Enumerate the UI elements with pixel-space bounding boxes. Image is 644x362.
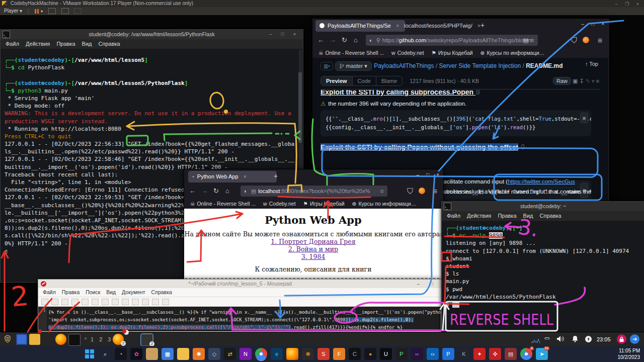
blender-icon[interactable]: ● — [364, 348, 376, 360]
edge-icon[interactable]: e — [271, 348, 283, 360]
onenote-icon[interactable]: N — [239, 348, 252, 360]
twitter-link[interactable]: https://twitter.com/SecGus — [508, 178, 575, 185]
toolbar-icon[interactable] — [162, 299, 169, 305]
terminal2-output[interactable]: ┌──(student⊛codeby)-[~]└─$ nc -nvlp 9898… — [442, 221, 644, 308]
bookmark-codeby[interactable]: Codeby.net — [397, 50, 424, 56]
chrome-2-icon[interactable]: A — [520, 348, 532, 360]
gear-app-icon[interactable]: ✣ — [489, 348, 501, 360]
menu-search[interactable]: Поиск — [86, 289, 100, 295]
tab-close-icon[interactable]: × — [244, 173, 247, 179]
reload-button[interactable]: ↻ — [213, 187, 219, 195]
pinwheel-app-icon[interactable]: ✿ — [130, 348, 142, 360]
file-manager-icon[interactable] — [29, 334, 40, 345]
back-button[interactable]: ← — [317, 36, 324, 44]
book-link-1[interactable]: 1. Портрет Дориана Грея — [184, 238, 442, 245]
send-ctrl-alt-del-icon[interactable] — [48, 8, 56, 14]
menu-file[interactable]: Файл — [43, 289, 56, 295]
tab-preview[interactable]: Preview — [321, 76, 353, 85]
breadcrumb-repo[interactable]: PayloadsAllTheThings — [374, 62, 434, 69]
menu-help[interactable]: Справка — [151, 289, 172, 295]
reload-button[interactable]: ↻ — [342, 36, 347, 44]
download-icon[interactable]: ↧ — [579, 78, 584, 84]
menu-edit[interactable]: Правка — [56, 39, 75, 49]
home-button[interactable]: ⌂ — [354, 36, 358, 44]
bookmark-reverse-shell[interactable]: Online - Reverse Shell ... — [325, 50, 384, 56]
new-tab-button[interactable]: + — [480, 21, 485, 29]
menu-help[interactable]: Справка — [540, 211, 561, 221]
menu-icon[interactable]: ≡ — [433, 187, 437, 196]
calendar-icon[interactable]: ▦ — [162, 348, 174, 360]
extension-icon[interactable] — [583, 36, 589, 45]
sidebar-toggle-icon[interactable]: ▥• — [320, 62, 333, 70]
edit-icon[interactable]: ✎ ▾ — [586, 78, 595, 84]
menu-view[interactable]: Вид — [82, 39, 92, 49]
virtualbox-icon[interactable]: ✱ — [193, 348, 205, 360]
toolbar-icon[interactable] — [122, 299, 129, 305]
toolbar-icon[interactable] — [51, 299, 58, 305]
back-button[interactable]: ← — [189, 187, 196, 195]
new-tab-button[interactable]: + — [274, 172, 278, 180]
portrait-app-icon[interactable] — [146, 348, 158, 360]
telegram-icon[interactable]: ➤64 — [536, 348, 548, 360]
menu-actions[interactable]: Действия — [26, 39, 50, 49]
visual-studio-icon[interactable]: ∞ — [411, 348, 423, 360]
menu-icon[interactable]: ≡ — [598, 36, 602, 45]
forward-button[interactable]: → — [330, 36, 336, 44]
f-app-icon[interactable]: F — [333, 348, 345, 360]
tab1-close-icon[interactable]: × — [396, 23, 399, 29]
github-window-controls[interactable]: –□× — [575, 21, 604, 27]
p-app-icon[interactable]: P — [442, 348, 454, 360]
toolbar-icon[interactable] — [92, 299, 99, 305]
unreal-icon[interactable]: U — [380, 348, 392, 360]
volume-icon[interactable] — [556, 335, 565, 344]
book-link-2[interactable]: 2. Война и мир — [184, 245, 442, 253]
player-menu[interactable]: Player ▾ — [4, 7, 22, 15]
pocket-icon[interactable]: ⛉ — [571, 36, 577, 45]
menu-file[interactable]: Файл — [6, 39, 19, 49]
home-button[interactable]: ⌂ — [225, 187, 229, 195]
bookmark-codeby[interactable]: Codeby.net — [269, 201, 296, 207]
bookmark-courses[interactable]: Курсы по информаци… — [358, 201, 416, 207]
power-manager-icon[interactable] — [585, 335, 592, 345]
launcher-expand-icon[interactable]: ^ — [83, 334, 89, 345]
firefox-window-icon[interactable]: 2 — [113, 334, 124, 345]
bookmark-star-icon[interactable]: ☆ — [379, 186, 384, 197]
firefox-icon[interactable] — [286, 348, 298, 360]
speedtest-icon[interactable]: ◔ — [115, 348, 127, 360]
start-icon[interactable] — [84, 348, 96, 360]
cinema4d-icon[interactable]: C — [349, 348, 361, 360]
toolbar-icon[interactable] — [112, 299, 119, 305]
chrome-icon[interactable] — [255, 348, 267, 360]
pycharm-icon[interactable]: P — [395, 348, 408, 360]
webapp-urlbar[interactable]: ◖ ▤localhost:8080/index?book={%%20for%20… — [240, 186, 387, 197]
menu-document[interactable]: Документ — [122, 289, 145, 295]
terminal-launcher-icon[interactable] — [68, 334, 80, 346]
vmware-app-icon[interactable]: ◇ — [208, 348, 220, 360]
logout-icon[interactable]: ➜ — [630, 334, 639, 344]
display-icon[interactable]: ▭ — [544, 335, 549, 341]
fullscreen-icon[interactable] — [61, 8, 69, 14]
terminal-window-icon[interactable]: 2 — [141, 334, 153, 346]
kali-app-icon[interactable]: K — [458, 348, 470, 360]
desktop-icon[interactable] — [16, 334, 27, 345]
firefox-launcher-icon[interactable] — [55, 334, 66, 345]
search-icon[interactable]: ⌕ — [99, 348, 111, 360]
s-app-icon[interactable]: S — [317, 348, 330, 360]
github-urlbar[interactable]: ◖ ⚲https://github.com/swisskyrepo/Payloa… — [366, 35, 538, 46]
mousepad-editor[interactable]: 1 {% for x in ().__class__.__base__.__su… — [38, 307, 441, 331]
toolbar-icon[interactable] — [41, 299, 48, 305]
war-thunder-icon[interactable]: ✦ — [473, 348, 486, 360]
notification-bell-icon[interactable] — [572, 335, 579, 344]
menu-edit[interactable]: Правка — [62, 289, 79, 295]
toolbar-icon[interactable] — [152, 299, 159, 305]
outline-icon[interactable]: ≡ — [596, 78, 599, 84]
menu-actions[interactable]: Действия — [467, 211, 491, 221]
lock-screen-icon[interactable] — [617, 334, 626, 344]
menu-view[interactable]: Вид — [106, 289, 116, 295]
pocket-icon[interactable]: ⛉ — [407, 187, 413, 196]
terminal1-titlebar[interactable]: student@codeby: /var/www/html/lesson5/Py… — [1, 30, 303, 39]
tab-blame[interactable]: Blame — [376, 76, 402, 85]
menu-help[interactable]: Справка — [99, 39, 120, 49]
menu-file[interactable]: Файл — [447, 211, 460, 221]
tab-payloadsallthethings[interactable]: PayloadsAllTheThings/Se× — [315, 20, 405, 32]
